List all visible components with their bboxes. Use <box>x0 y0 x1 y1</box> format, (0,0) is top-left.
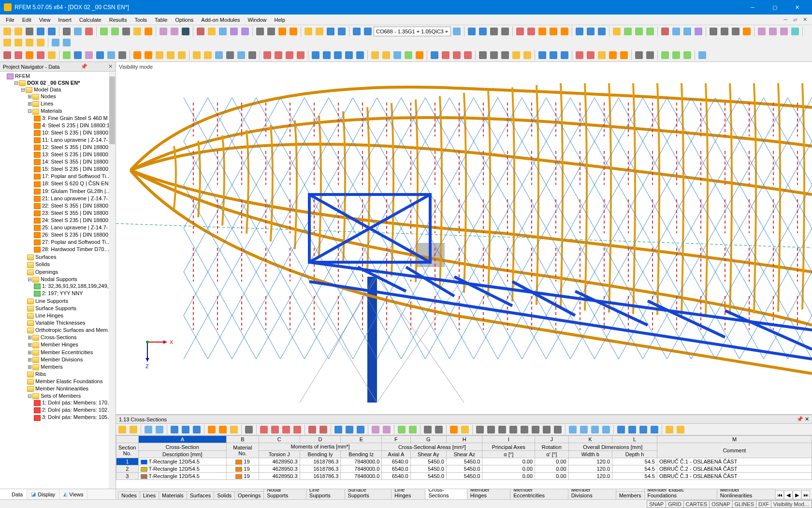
tabletool-btn-34[interactable] <box>422 424 433 435</box>
tabletool-btn-25[interactable] <box>344 424 355 435</box>
toolbar1b-btn-32[interactable] <box>756 26 767 37</box>
tabletool-btn-14[interactable] <box>244 424 254 435</box>
toolbar2-btn-50[interactable] <box>500 50 510 60</box>
material-item[interactable]: 19: Glulam Timber GL28h |… <box>42 188 111 194</box>
toolbar2-btn-22[interactable] <box>225 50 235 60</box>
toolbar2-btn-40[interactable] <box>403 50 414 60</box>
tabletool-btn-57[interactable] <box>649 424 660 435</box>
bottom-tab[interactable]: Member Eccentricities <box>510 489 568 499</box>
tree-surface-supports[interactable]: Surface Supports <box>35 305 76 311</box>
toolbar1b-btn-24[interactable] <box>682 26 693 37</box>
toolbar2-btn-64[interactable] <box>634 50 644 60</box>
table-row[interactable]: 2 T-Rectangle 120/54.5 194628950.3161878… <box>116 465 812 473</box>
bottom-tab[interactable]: Lines <box>140 491 159 499</box>
bottom-tab[interactable]: Member Hinges <box>467 489 510 499</box>
toolbar1b-btn-27[interactable] <box>708 26 719 37</box>
material-item[interactable]: 23: Steel S 355 | DIN 18800:1… <box>42 210 116 216</box>
col-section-no[interactable]: SectionNo. <box>116 443 139 458</box>
toolbar2-btn-54[interactable] <box>537 50 548 60</box>
tabletool-btn-44[interactable] <box>519 424 530 435</box>
tabletool-btn-46[interactable] <box>541 424 552 435</box>
toolbar2-btn-67[interactable] <box>660 50 670 60</box>
tree-mdiv[interactable]: Member Divisions <box>41 357 83 362</box>
toolbar2-btn-61[interactable] <box>608 50 618 60</box>
toolbar2-btn-60[interactable] <box>596 50 607 60</box>
col-rotation[interactable]: Rotation <box>535 443 569 451</box>
menu-edit[interactable]: Edit <box>18 16 35 24</box>
tabletool-btn-21[interactable] <box>307 424 318 435</box>
tabletool-btn-28[interactable] <box>370 424 381 435</box>
tree-mecc[interactable]: Member Eccentricities <box>41 349 93 355</box>
material-item[interactable]: 26: Steel S 235 | DIN 18800:1… <box>42 232 116 238</box>
maximize-button[interactable]: ▢ <box>764 0 786 15</box>
tabletool-btn-47[interactable] <box>552 424 563 435</box>
toolbar1-btn-23[interactable] <box>229 26 239 37</box>
bottom-tab[interactable]: Openings <box>234 491 264 499</box>
toolbar2-btn-11[interactable] <box>117 50 128 60</box>
bottom-tab[interactable]: Surface Supports <box>345 489 392 499</box>
menu-calculate[interactable]: Calculate <box>75 16 105 24</box>
tree-lines[interactable]: Lines <box>41 101 53 106</box>
toolbar1-btn-1[interactable] <box>13 26 24 37</box>
tree-scrollbar[interactable] <box>109 72 116 489</box>
table-row[interactable]: 3 T-Rectangle 120/54.5 194628950.3161878… <box>116 473 812 480</box>
tree-surfaces[interactable]: Surfaces <box>35 254 56 260</box>
toolbar1b-btn-23[interactable] <box>671 26 682 37</box>
material-item[interactable]: 24: Steel S 235 | DIN 18800:1… <box>42 217 116 223</box>
toolbar1b-btn-30[interactable] <box>741 26 752 37</box>
tabletool-btn-50[interactable] <box>579 424 589 435</box>
toolbar1b-btn-9[interactable] <box>537 26 548 37</box>
tab-nav-button[interactable]: ⏮ <box>775 491 784 499</box>
material-item[interactable]: 10: Steel S 235 | DIN 18800:1… <box>42 130 116 135</box>
tabletool-btn-26[interactable] <box>355 424 366 435</box>
menu-view[interactable]: View <box>35 16 55 24</box>
toolbar2-btn-6[interactable] <box>61 50 72 60</box>
tabletool-btn-45[interactable] <box>530 424 541 435</box>
panel-close-icon[interactable]: ✕ <box>108 63 113 70</box>
nodal-support-item[interactable]: 1: 32,36,91,92,188,199,249,2… <box>42 283 116 289</box>
tabletool-btn-24[interactable] <box>333 424 344 435</box>
material-item[interactable]: 18: Steel S 620 Q | ČSN EN 1… <box>42 180 116 186</box>
toolbar1-btn-12[interactable] <box>121 26 131 37</box>
toolbar2-btn-13[interactable] <box>132 50 143 60</box>
table-row[interactable]: 1 T-Rectangle 120/54.5 194628950.3161878… <box>116 458 812 465</box>
tree-materials[interactable]: Materials <box>41 108 62 114</box>
toolbar1b-btn-10[interactable] <box>548 26 559 37</box>
material-item[interactable]: 14: Steel S 355 | DIN 18800:1… <box>42 159 116 164</box>
toolbar1b-btn-15[interactable] <box>596 26 607 37</box>
toolbar2-btn-51[interactable] <box>511 50 522 60</box>
tabletool-btn-43[interactable] <box>508 424 519 435</box>
toolbar2-btn-21[interactable] <box>214 50 224 60</box>
loadcase-combo[interactable] <box>374 27 451 36</box>
col-comment[interactable]: Comment <box>657 443 812 458</box>
toolbar1b-btn-25[interactable] <box>693 26 704 37</box>
tabletool-btn-55[interactable] <box>627 424 638 435</box>
toolbar2-btn-15[interactable] <box>154 50 165 60</box>
toolbar1b-btn-2[interactable] <box>466 26 477 37</box>
toolbar2-btn-9[interactable] <box>95 50 105 60</box>
footer-tab-data[interactable]: Data <box>0 489 27 499</box>
tree-nodal-supports[interactable]: Nodal Supports <box>41 276 77 282</box>
toolbar2-btn-41[interactable] <box>414 50 425 60</box>
tabletool-btn-52[interactable] <box>601 424 611 435</box>
tabletool-btn-49[interactable] <box>567 424 578 435</box>
tabletool-btn-12[interactable] <box>229 424 239 435</box>
toolbar2-btn-48[interactable] <box>478 50 488 60</box>
tabletool-btn-56[interactable] <box>638 424 649 435</box>
menu-window[interactable]: Window <box>244 16 270 24</box>
tabletool-btn-31[interactable] <box>396 424 407 435</box>
set-item[interactable]: 3: Dolní pás: Members: 105… <box>42 414 113 420</box>
menu-table[interactable]: Table <box>151 16 171 24</box>
toolbar1b-btn-38[interactable] <box>13 37 24 48</box>
toolbar2-btn-52[interactable] <box>522 50 533 60</box>
toolbar2-btn-7[interactable] <box>72 50 83 60</box>
material-item[interactable]: 13: Steel S 235 | DIN 18800:1… <box>42 151 116 157</box>
toolbar1b-btn-22[interactable] <box>660 26 670 37</box>
toolbar1b-btn-28[interactable] <box>719 26 730 37</box>
toolbar2-btn-19[interactable] <box>191 50 202 60</box>
toolbar2-btn-4[interactable] <box>46 50 57 60</box>
toolbar1-btn-11[interactable] <box>110 26 120 37</box>
toolbar1-btn-20[interactable] <box>195 26 206 37</box>
toolbar1-btn-4[interactable] <box>46 26 57 37</box>
toolbar2-btn-26[interactable] <box>262 50 273 60</box>
